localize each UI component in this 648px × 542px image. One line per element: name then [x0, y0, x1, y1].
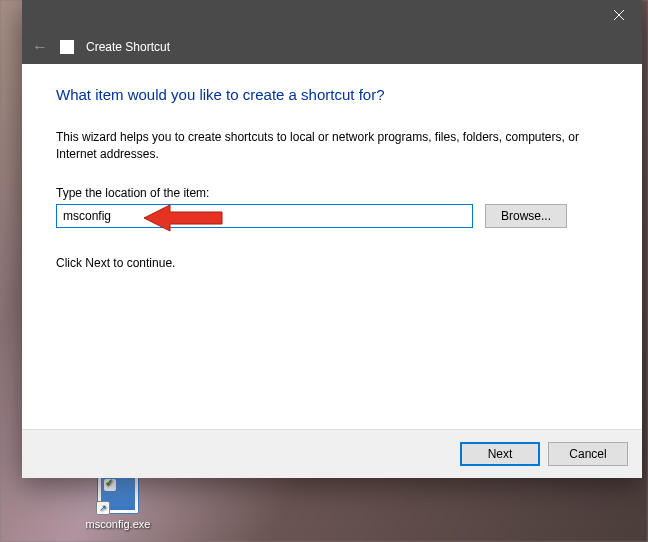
location-label: Type the location of the item: [56, 186, 608, 200]
titlebar [22, 0, 642, 30]
next-button[interactable]: Next [460, 442, 540, 466]
back-arrow-icon: ← [32, 38, 48, 56]
desktop-icon-label: msconfig.exe [82, 518, 154, 530]
browse-button[interactable]: Browse... [485, 204, 567, 228]
dialog-content: What item would you like to create a sho… [22, 64, 642, 429]
dialog-button-bar: Next Cancel [22, 429, 642, 478]
shortcut-overlay-icon: ↗ [96, 501, 110, 515]
close-icon [614, 10, 624, 20]
dialog-title: Create Shortcut [86, 40, 170, 54]
desktop-shortcut-msconfig[interactable]: ↗ msconfig.exe [82, 472, 154, 530]
cancel-button[interactable]: Cancel [548, 442, 628, 466]
msconfig-icon: ↗ [97, 472, 139, 514]
continue-hint: Click Next to continue. [56, 256, 608, 270]
shortcut-wizard-icon [60, 40, 74, 54]
wizard-description: This wizard helps you to create shortcut… [56, 129, 608, 164]
location-input[interactable] [56, 204, 473, 228]
page-heading: What item would you like to create a sho… [56, 86, 608, 103]
dialog-header: ← Create Shortcut [22, 30, 642, 64]
create-shortcut-dialog: ← Create Shortcut What item would you li… [22, 0, 642, 478]
close-button[interactable] [596, 0, 642, 30]
